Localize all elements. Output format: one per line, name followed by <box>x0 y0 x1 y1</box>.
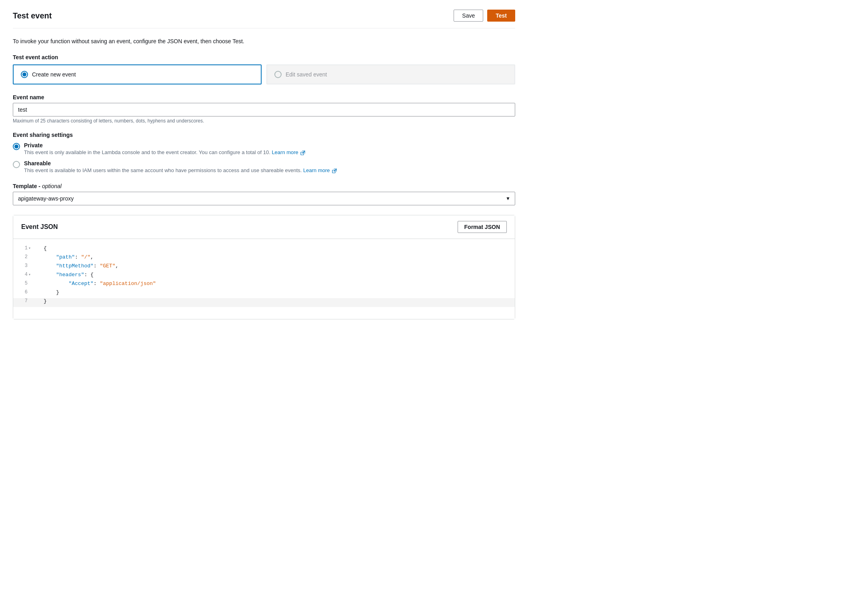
json-line-5: 5 "Accept": "application/json" <box>13 281 515 289</box>
page-header: Test event Save Test <box>13 10 515 28</box>
private-radio <box>13 143 20 150</box>
json-line-7: 7 } <box>13 298 515 307</box>
json-line-2-content: "path": "/", <box>37 254 100 260</box>
shareable-title: Shareable <box>24 160 337 167</box>
private-external-link-icon <box>300 150 305 155</box>
template-label: Template - optional <box>13 183 515 189</box>
template-section: Template - optional apigateway-aws-proxy… <box>13 183 515 205</box>
shareable-radio <box>13 161 20 168</box>
json-line-3: 3 "httpMethod": "GET", <box>13 263 515 272</box>
json-line-3-content: "httpMethod": "GET", <box>37 263 125 269</box>
private-title: Private <box>24 142 305 148</box>
description-text: To invoke your function without saving a… <box>13 38 515 44</box>
json-line-6-content: } <box>37 289 66 295</box>
save-button[interactable]: Save <box>454 10 483 22</box>
header-actions: Save Test <box>454 10 515 22</box>
shareable-external-link-icon <box>332 169 337 173</box>
format-json-button[interactable]: Format JSON <box>458 221 507 233</box>
shareable-learn-more-link[interactable]: Learn more <box>303 167 330 173</box>
event-name-section: Event name Maximum of 25 characters cons… <box>13 94 515 124</box>
json-line-6: 6 } <box>13 289 515 298</box>
private-option[interactable]: Private This event is only available in … <box>13 142 515 155</box>
shareable-description: This event is available to IAM users wit… <box>24 167 337 173</box>
template-select-wrapper: apigateway-aws-proxy apigateway-authoriz… <box>13 192 515 205</box>
create-new-event-option[interactable]: Create new event <box>13 64 262 84</box>
test-event-action-options: Create new event Edit saved event <box>13 64 515 84</box>
create-new-event-label: Create new event <box>32 71 76 78</box>
json-line-1: 1 ▾ { <box>13 245 515 254</box>
private-learn-more-link[interactable]: Learn more <box>272 149 298 155</box>
create-new-event-radio <box>21 71 28 78</box>
event-json-section: Event JSON Format JSON 1 ▾ { 2 "path": "… <box>13 215 515 319</box>
event-name-label: Event name <box>13 94 515 100</box>
event-json-editor[interactable]: 1 ▾ { 2 "path": "/", 3 "htt <box>13 239 515 319</box>
json-line-4: 4 ▾ "headers": { <box>13 272 515 281</box>
test-event-action-label: Test event action <box>13 54 515 60</box>
event-json-header: Event JSON Format JSON <box>13 215 515 239</box>
page-title: Test event <box>13 11 52 20</box>
event-sharing-label: Event sharing settings <box>13 132 515 138</box>
test-event-action-section: Test event action Create new event Edit … <box>13 54 515 84</box>
json-line-4-content: "headers": { <box>37 272 100 278</box>
event-name-input[interactable] <box>13 103 515 116</box>
json-line-1-content: { <box>37 245 53 251</box>
event-json-title: Event JSON <box>21 223 58 231</box>
json-line-5-content: "Accept": "application/json" <box>37 281 162 287</box>
event-sharing-section: Event sharing settings Private This even… <box>13 132 515 173</box>
shareable-option[interactable]: Shareable This event is available to IAM… <box>13 160 515 173</box>
edit-saved-event-option[interactable]: Edit saved event <box>266 64 515 84</box>
template-select[interactable]: apigateway-aws-proxy apigateway-authoriz… <box>13 192 515 205</box>
edit-saved-event-radio <box>274 71 282 78</box>
edit-saved-event-label: Edit saved event <box>286 71 327 78</box>
test-button[interactable]: Test <box>487 10 515 22</box>
private-description: This event is only available in the Lamb… <box>24 149 305 155</box>
json-line-2: 2 "path": "/", <box>13 254 515 263</box>
json-line-7-content: } <box>37 298 53 304</box>
event-name-hint: Maximum of 25 characters consisting of l… <box>13 118 515 124</box>
